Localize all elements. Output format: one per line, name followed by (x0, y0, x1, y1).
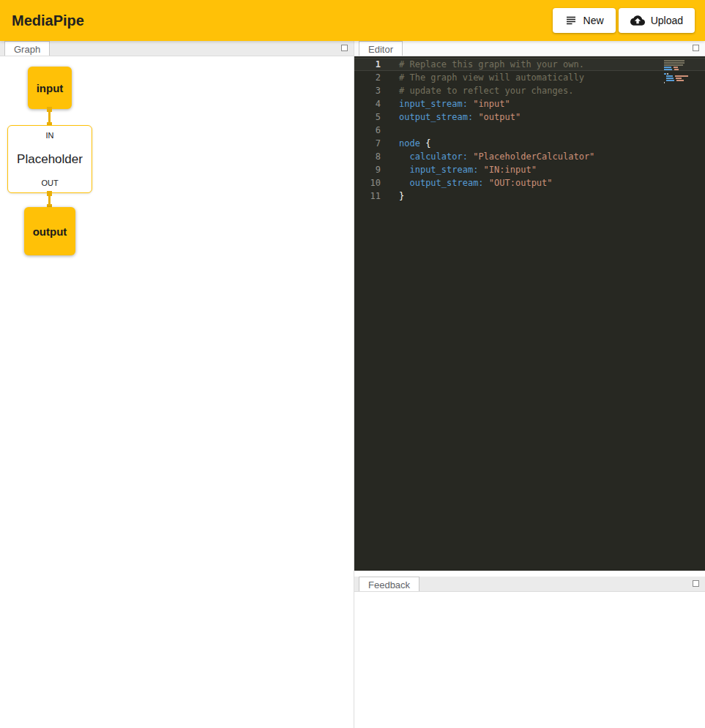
line-number[interactable]: 4 (354, 97, 381, 110)
app-title: MediaPipe (12, 12, 84, 29)
line-number[interactable]: 7 (354, 137, 381, 150)
port-connector (47, 191, 52, 196)
placeholder-node-label: Placeholder (17, 152, 83, 167)
tab-editor[interactable]: Editor (359, 41, 403, 56)
graph-popout-icon[interactable] (341, 45, 348, 51)
feedback-panel-header: Feedback (354, 577, 705, 592)
code-text: input_stream: "input" (399, 97, 510, 110)
line-number[interactable]: 6 (354, 124, 381, 137)
code-text: output_stream: "output" (399, 110, 521, 124)
port-connector (47, 107, 52, 112)
code-lines: 1# Replace this graph with your own.2# T… (354, 58, 705, 203)
cloud-upload-icon (630, 13, 645, 28)
code-text: # update to reflect your changes. (399, 84, 573, 97)
code-text: # The graph view will automatically (399, 71, 584, 84)
code-line-5[interactable]: 5output_stream: "output" (354, 110, 705, 124)
line-number[interactable]: 1 (354, 58, 381, 71)
feedback-content (354, 592, 705, 728)
feedback-popout-icon[interactable] (693, 580, 699, 587)
code-line-9[interactable]: 9 input_stream: "IN:input" (354, 163, 705, 176)
code-text: node { (399, 137, 430, 150)
editor-minimap[interactable] (664, 60, 695, 84)
main-area: Graph input IN Placeholder OUT (0, 41, 705, 728)
code-line-2[interactable]: 2# The graph view will automatically (354, 71, 705, 84)
code-line-3[interactable]: 3# update to reflect your changes. (354, 84, 705, 97)
code-text: calculator: "PlaceholderCalculator" (399, 150, 594, 163)
editor-popout-icon[interactable] (693, 45, 699, 51)
graph-node-output[interactable]: output (24, 207, 75, 255)
code-line-10[interactable]: 10 output_stream: "OUT:output" (354, 176, 705, 189)
code-line-7[interactable]: 7node { (354, 137, 705, 150)
line-number[interactable]: 2 (354, 71, 381, 84)
feedback-panel: Feedback (354, 577, 705, 728)
graph-node-placeholder[interactable]: IN Placeholder OUT (7, 125, 92, 193)
edge-placeholder-to-output (48, 193, 51, 207)
line-number[interactable]: 8 (354, 150, 381, 163)
line-number[interactable]: 5 (354, 110, 381, 124)
input-node-label: input (37, 82, 64, 94)
code-line-11[interactable]: 11} (354, 189, 705, 203)
graph-panel-header: Graph (0, 41, 354, 56)
edge-input-to-placeholder (48, 109, 51, 125)
line-number[interactable]: 3 (354, 84, 381, 97)
line-number[interactable]: 9 (354, 163, 381, 176)
tab-feedback[interactable]: Feedback (359, 577, 419, 591)
right-column: Editor 1# Replace this graph with your o… (354, 41, 705, 728)
upload-button[interactable]: Upload (619, 8, 695, 33)
new-button-label: New (583, 15, 604, 26)
code-editor[interactable]: 1# Replace this graph with your own.2# T… (354, 56, 705, 571)
top-bar: MediaPipe New Upload (0, 0, 705, 41)
tab-graph[interactable]: Graph (4, 41, 50, 56)
menu-lines-icon (564, 14, 578, 27)
code-text: input_stream: "IN:input" (399, 163, 537, 176)
toolbar: New Upload (553, 8, 695, 33)
code-text: } (399, 189, 404, 203)
output-node-label: output (33, 225, 67, 238)
graph-panel: Graph input IN Placeholder OUT (0, 41, 354, 728)
code-line-4[interactable]: 4input_stream: "input" (354, 97, 705, 110)
editor-panel: Editor 1# Replace this graph with your o… (354, 41, 705, 571)
graph-canvas[interactable]: input IN Placeholder OUT output (0, 56, 354, 728)
editor-panel-header: Editor (354, 41, 705, 56)
code-text: # Replace this graph with your own. (399, 58, 584, 71)
code-text: output_stream: "OUT:output" (399, 176, 553, 189)
code-line-8[interactable]: 8 calculator: "PlaceholderCalculator" (354, 150, 705, 163)
line-number[interactable]: 10 (354, 176, 381, 189)
code-line-1[interactable]: 1# Replace this graph with your own. (354, 58, 705, 71)
graph-node-input[interactable]: input (28, 67, 72, 109)
upload-button-label: Upload (651, 15, 683, 26)
new-button[interactable]: New (553, 8, 616, 33)
code-line-6[interactable]: 6 (354, 124, 705, 137)
line-number[interactable]: 11 (354, 189, 381, 203)
mediapipe-app: MediaPipe New Upload Graph (0, 0, 705, 728)
in-port-label: IN (46, 131, 54, 140)
out-port-label: OUT (41, 179, 58, 187)
